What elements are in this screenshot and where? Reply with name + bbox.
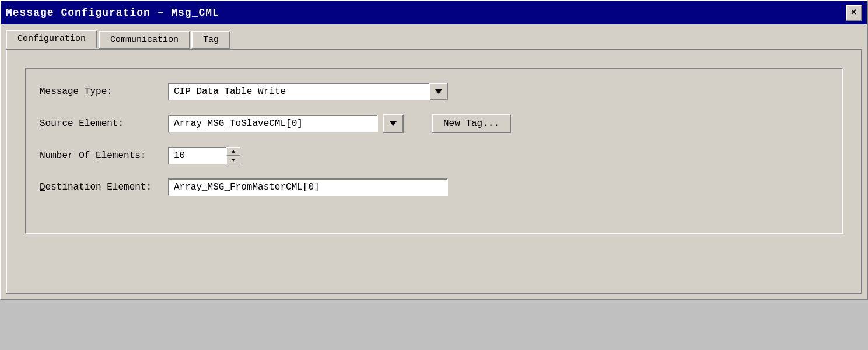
spin-down-icon: ▼	[232, 158, 235, 163]
source-element-label: Source Element:	[40, 118, 168, 129]
message-type-select-wrapper	[168, 83, 448, 100]
spin-down-button[interactable]: ▼	[226, 156, 240, 164]
number-of-elements-row: Number Of Elements: ▲ ▼	[40, 147, 828, 164]
tab-content-area: Message Type: Source Element:	[6, 49, 862, 294]
window-title: Message Configuration – Msg_CML	[6, 7, 846, 19]
source-element-input[interactable]	[168, 115, 378, 132]
chevron-down-icon-source	[390, 121, 397, 126]
tab-content-inner: Message Type: Source Element:	[24, 68, 844, 235]
tab-tag[interactable]: Tag	[191, 31, 230, 49]
source-element-row: Source Element: New Tag...	[40, 114, 828, 133]
new-tag-button[interactable]: New Tag...	[432, 114, 511, 133]
main-window: Message Configuration – Msg_CML × Config…	[0, 0, 868, 300]
number-of-elements-input[interactable]	[168, 147, 226, 164]
destination-element-input[interactable]	[168, 178, 448, 196]
spin-buttons: ▲ ▼	[226, 147, 240, 164]
number-of-elements-spin-wrapper: ▲ ▼	[168, 147, 240, 164]
message-type-input[interactable]	[168, 83, 448, 100]
tab-configuration[interactable]: Configuration	[6, 30, 97, 49]
close-button[interactable]: ×	[846, 5, 862, 21]
destination-element-row: Destination Element:	[40, 178, 828, 196]
spin-up-icon: ▲	[232, 149, 235, 155]
source-element-wrapper: New Tag...	[168, 114, 511, 133]
message-type-dropdown-btn[interactable]	[429, 83, 448, 100]
source-element-dropdown-btn[interactable]	[383, 114, 404, 133]
title-bar: Message Configuration – Msg_CML ×	[1, 1, 867, 24]
window-body: Configuration Communication Tag Message …	[1, 24, 867, 299]
chevron-down-icon	[435, 89, 442, 94]
spin-up-button[interactable]: ▲	[226, 147, 240, 156]
message-type-row: Message Type:	[40, 83, 828, 100]
destination-element-label: Destination Element:	[40, 182, 168, 192]
number-of-elements-label: Number Of Elements:	[40, 150, 168, 161]
message-type-label: Message Type:	[40, 86, 168, 97]
tab-bar: Configuration Communication Tag	[6, 29, 862, 49]
tab-communication[interactable]: Communication	[99, 31, 190, 49]
